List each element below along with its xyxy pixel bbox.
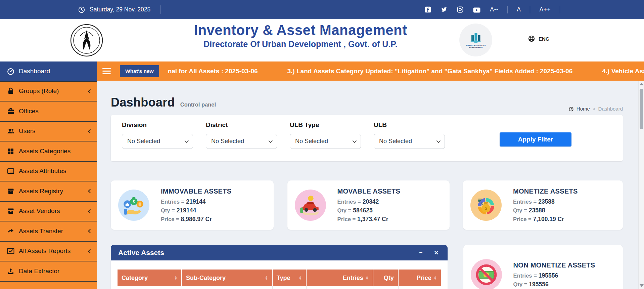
card-title: NON MONETIZE ASSETS (513, 261, 595, 269)
division-select[interactable]: No Selected (122, 134, 193, 149)
minimize-icon[interactable]: − (419, 249, 422, 256)
current-date: Saturday, 29 Nov, 2025 (90, 6, 150, 13)
card-title: MOVABLE ASSETS (337, 188, 401, 195)
briefcase-icon (7, 107, 15, 115)
breadcrumb-current: Dashboard (598, 106, 623, 112)
scroll-down-arrow-icon[interactable] (640, 284, 644, 287)
sidebar-item-all-assets-reports[interactable]: All Assets Reports (0, 242, 97, 262)
column-header-category[interactable]: Category ▲▼ (118, 270, 182, 286)
movable-assets-icon (294, 189, 327, 221)
district-filter: District No Selected (206, 121, 277, 149)
column-header-price[interactable]: Price ▲▼ (399, 270, 441, 286)
font-increase-button[interactable]: A++ (539, 6, 551, 13)
sidebar-item-assets-transfer[interactable]: Assets Transfer (0, 221, 97, 242)
column-label: Sub-Category (186, 275, 226, 282)
sidebar-item-label: Offices (19, 108, 39, 115)
language-selector[interactable]: ENG (528, 35, 550, 42)
divider (160, 5, 160, 14)
sidebar-item-dashboard[interactable]: Dashboard (0, 61, 97, 82)
column-header-entries[interactable]: Entries ▲▼ (307, 270, 373, 286)
entries-label: Entries = (513, 273, 537, 279)
facebook-icon[interactable] (424, 6, 431, 13)
price-value: 1,373.47 Cr (357, 216, 388, 222)
sidebar-item-assets-registry[interactable]: Assets Registry (0, 181, 97, 202)
grid-icon (7, 147, 15, 155)
content-subtitle: Control panel (180, 101, 216, 108)
instagram-icon[interactable] (457, 6, 464, 13)
chart-line-icon (7, 247, 15, 255)
up-govt-emblem (70, 24, 103, 57)
app-logo: INVENTORY & ASSET MANAGEMENT (459, 24, 492, 56)
monetize-assets-card: $ MONETIZE ASSETS Entries =23588 Qty =23… (463, 180, 623, 230)
breadcrumb: Home > Dashboard (568, 106, 623, 112)
sort-icon: ▲▼ (366, 276, 369, 280)
chevron-left-icon (88, 229, 92, 233)
ulb-filter: ULB No Selected (374, 121, 445, 149)
sidebar: Dashboard Groups (Role) Offices Users As… (0, 61, 97, 289)
sidebar-item-label: Assets Attributes (19, 167, 66, 175)
ulb-type-label: ULB Type (290, 121, 361, 129)
ticker-text: nal for All Assets : 2025-03-06 3.) Land… (168, 68, 644, 75)
chevron-down-icon (436, 139, 441, 143)
district-select[interactable]: No Selected (206, 134, 277, 149)
entries-label: Entries = (161, 199, 184, 205)
sidebar-item-assets-attributes[interactable]: Assets Attributes (0, 162, 97, 182)
filter-panel: Division No Selected District No Selecte… (111, 115, 623, 161)
font-normal-button[interactable]: A (517, 6, 521, 13)
news-ticker: What's new nal for All Assets : 2025-03-… (97, 61, 644, 81)
chevron-down-icon (185, 139, 189, 143)
column-header-sub-category[interactable]: Sub-Category ▲▼ (182, 270, 273, 286)
column-label: Category (122, 275, 148, 282)
breadcrumb-home-link[interactable]: Home (577, 106, 590, 112)
column-label: Type (277, 275, 290, 282)
column-header-qty[interactable]: Qty (373, 270, 399, 286)
entries-label: Entries = (513, 199, 537, 205)
ulb-type-select[interactable]: No Selected (290, 134, 361, 149)
column-label: Price (417, 275, 431, 282)
sidebar-item-label: Assets Categories (19, 148, 71, 155)
card-title: IMMOVABLE ASSETS (161, 188, 231, 195)
sidebar-item-groups-role[interactable]: Groups (Role) (0, 82, 97, 102)
entries-label: Entries = (337, 199, 361, 205)
apply-filter-button[interactable]: Apply Filter (500, 132, 571, 147)
sidebar-item-data-extractor[interactable]: Data Extractor (0, 261, 97, 282)
close-icon[interactable]: ✕ (434, 249, 439, 256)
font-decrease-button[interactable]: A-- (490, 6, 498, 13)
sidebar-item-asset-vendors[interactable]: Asset Vendors (0, 202, 97, 222)
scrollbar-thumb[interactable] (640, 89, 643, 129)
ulb-select[interactable]: No Selected (374, 134, 445, 149)
entries-value: 23588 (538, 198, 555, 205)
sidebar-item-label: Groups (Role) (19, 87, 59, 95)
price-value: 8,986.97 Cr (181, 216, 212, 222)
menu-toggle-button[interactable] (102, 68, 111, 74)
division-filter: Division No Selected (122, 121, 193, 149)
scrollbar[interactable] (638, 81, 644, 289)
district-select-value: No Selected (211, 138, 244, 145)
whats-new-badge[interactable]: What's new (120, 65, 159, 77)
chevron-down-icon (269, 139, 273, 143)
gauge-icon (568, 106, 574, 112)
ticker-item: nal for All Assets : 2025-03-06 (168, 68, 258, 75)
immovable-assets-icon: $ (118, 189, 150, 221)
qty-value: 584625 (353, 207, 372, 214)
list-icon (7, 167, 15, 175)
sidebar-item-label: Dashboard (19, 68, 50, 75)
divider (515, 31, 515, 50)
sidebar-item-label: Data Extractor (19, 267, 59, 275)
active-assets-table: Category ▲▼ Sub-Category ▲▼ Type ▲▼ Entr… (118, 270, 441, 289)
building-icon (468, 32, 483, 43)
chevron-left-icon (88, 189, 92, 193)
active-assets-title: Active Assets (118, 249, 164, 257)
scroll-up-arrow-icon[interactable] (640, 83, 644, 85)
twitter-icon[interactable] (441, 6, 448, 13)
entries-value: 219144 (186, 198, 205, 205)
svg-text:$: $ (133, 200, 135, 204)
sidebar-item-offices[interactable]: Offices (0, 101, 97, 122)
sidebar-item-assets-categories[interactable]: Assets Categories (0, 141, 97, 162)
column-header-type[interactable]: Type ▲▼ (273, 270, 307, 286)
column-label: Qty (384, 275, 394, 282)
monetize-assets-icon: $ (470, 189, 502, 221)
lock-icon (7, 87, 15, 95)
youtube-icon[interactable] (473, 6, 481, 13)
sidebar-item-users[interactable]: Users (0, 122, 97, 142)
